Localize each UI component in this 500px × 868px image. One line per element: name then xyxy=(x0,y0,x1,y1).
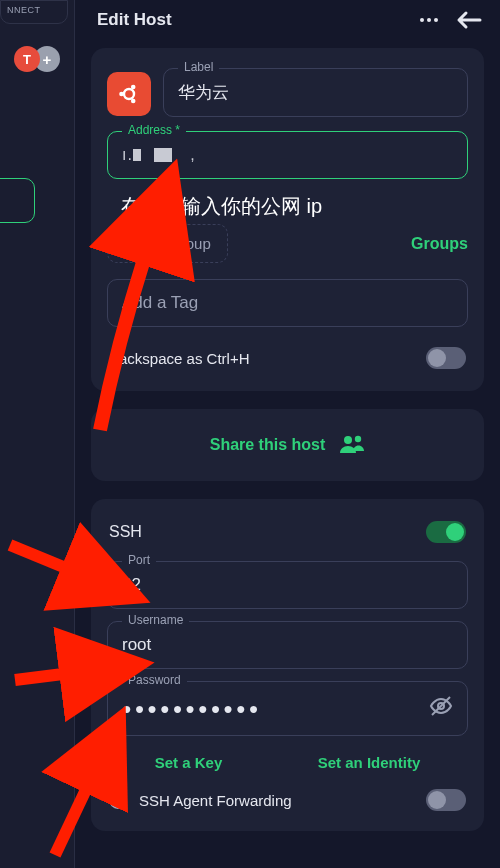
password-field[interactable]: Password ●●●●●●●●●●● xyxy=(107,681,468,736)
address-value: ı. , xyxy=(108,132,467,178)
username-field[interactable]: Username root xyxy=(107,621,468,669)
share-icon xyxy=(339,433,365,457)
label-value: 华为云 xyxy=(164,69,467,116)
svg-point-0 xyxy=(124,89,134,99)
host-details-card: Label 华为云 Address * ı. , 在此处输入你的公网 ip Pa… xyxy=(91,48,484,391)
set-key-link[interactable]: Set a Key xyxy=(155,754,223,771)
header: Edit Host xyxy=(75,0,500,40)
avatar[interactable]: T xyxy=(14,46,40,72)
password-legend: Password xyxy=(122,673,187,687)
svg-point-3 xyxy=(131,99,136,104)
svg-point-1 xyxy=(119,92,124,97)
ssh-toggle[interactable] xyxy=(426,521,466,543)
address-legend: Address * xyxy=(122,123,186,137)
ssh-title: SSH xyxy=(109,523,142,541)
back-arrow-icon[interactable] xyxy=(456,10,482,30)
svg-point-5 xyxy=(355,436,361,442)
address-field[interactable]: Address * ı. , xyxy=(107,131,468,179)
backspace-toggle[interactable] xyxy=(426,347,466,369)
agent-forwarding-row: SSH Agent Forwarding xyxy=(107,785,468,811)
label-legend: Label xyxy=(178,60,219,74)
svg-point-2 xyxy=(131,85,136,90)
rail-connect-chip[interactable]: NNECT xyxy=(0,0,68,24)
page-title: Edit Host xyxy=(97,10,172,30)
share-host-button[interactable]: Share this host xyxy=(91,409,484,481)
port-value: 22 xyxy=(108,562,467,608)
ssh-card: SSH Port 22 Username root Password ●●●●●… xyxy=(91,499,484,831)
username-legend: Username xyxy=(122,613,189,627)
eye-off-icon[interactable] xyxy=(429,694,453,723)
backspace-label: Backspace as Ctrl+H xyxy=(109,350,249,367)
rail-avatars: T + xyxy=(0,46,74,72)
set-identity-link[interactable]: Set an Identity xyxy=(318,754,421,771)
parent-group-box[interactable]: Parent group xyxy=(107,224,228,263)
port-field[interactable]: Port 22 xyxy=(107,561,468,609)
password-mask: ●●●●●●●●●●● xyxy=(122,700,261,718)
share-label: Share this host xyxy=(210,436,326,454)
more-icon[interactable] xyxy=(420,18,438,22)
svg-point-4 xyxy=(344,436,352,444)
ubuntu-icon[interactable] xyxy=(107,72,151,116)
rail-active-indicator xyxy=(0,178,35,223)
add-tag-field[interactable]: Add a Tag xyxy=(107,279,468,327)
main-content: Label 华为云 Address * ı. , 在此处输入你的公网 ip Pa… xyxy=(75,40,500,868)
username-value: root xyxy=(108,622,467,668)
rail-connect-label: NNECT xyxy=(7,5,41,15)
add-tag-placeholder: Add a Tag xyxy=(108,280,467,326)
agent-radio[interactable] xyxy=(109,791,127,809)
backspace-toggle-row: Backspace as Ctrl+H xyxy=(107,341,468,371)
side-rail: NNECT T + xyxy=(0,0,75,868)
agent-label: SSH Agent Forwarding xyxy=(139,792,292,809)
address-annotation: 在此处输入你的公网 ip xyxy=(121,193,468,220)
label-field[interactable]: Label 华为云 xyxy=(163,68,468,117)
groups-link[interactable]: Groups xyxy=(411,235,468,253)
agent-toggle[interactable] xyxy=(426,789,466,811)
port-legend: Port xyxy=(122,553,156,567)
